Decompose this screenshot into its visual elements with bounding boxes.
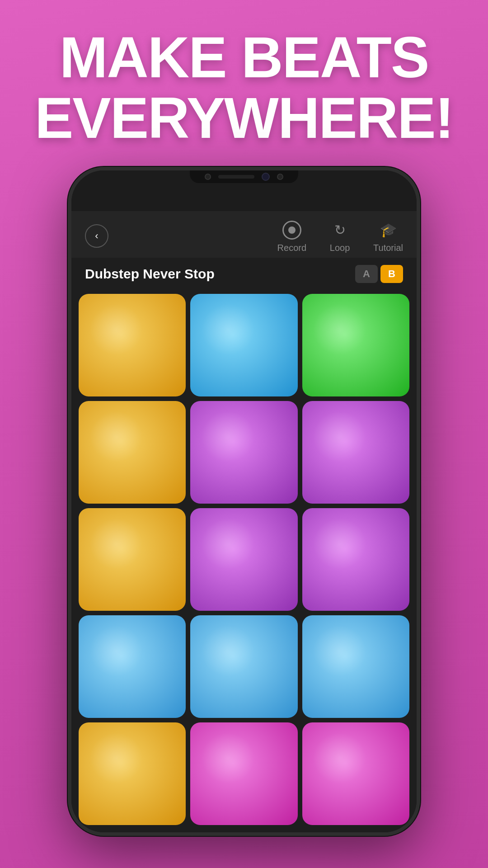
a-label: A [363,268,370,280]
pad-2-2[interactable] [190,401,297,504]
pads-row-5 [79,722,409,825]
loop-icon-container: ↻ [329,219,351,241]
record-action[interactable]: Record [277,219,306,253]
toolbar: ‹ Record ↻ Loop [71,211,417,258]
pad-1-3[interactable] [302,294,409,396]
pad-4-2[interactable] [190,615,297,718]
pad-5-3[interactable] [302,722,409,825]
notch-bar [190,170,298,183]
ab-buttons: A B [355,265,403,283]
loop-icon: ↻ [334,222,346,238]
tutorial-label: Tutorial [373,243,403,253]
pads-row-4 [79,615,409,718]
headline-line2: EVERYWHERE! [35,88,453,148]
speaker-bar [218,175,254,179]
headline-line1: MAKE BEATS [35,27,453,88]
pad-3-1[interactable] [79,508,186,611]
record-inner-dot [288,226,296,234]
pads-row-2 [79,401,409,504]
a-button[interactable]: A [355,265,378,283]
track-name: Dubstep Never Stop [85,266,215,282]
pad-3-3[interactable] [302,508,409,611]
record-circle [282,221,301,240]
phone-frame: ‹ Record ↻ Loop [68,167,420,836]
headline: MAKE BEATS EVERYWHERE! [35,27,453,149]
pad-4-1[interactable] [79,615,186,718]
record-icon-container [281,219,303,241]
b-button[interactable]: B [380,265,403,283]
camera-dot-left [205,174,211,180]
front-camera [262,173,270,181]
pad-3-2[interactable] [190,508,297,611]
tutorial-action[interactable]: 🎓 Tutorial [373,219,403,253]
pad-5-2[interactable] [190,722,297,825]
pad-1-2[interactable] [190,294,297,396]
pad-2-3[interactable] [302,401,409,504]
loop-label: Loop [330,243,350,253]
pads-row-3 [79,508,409,611]
pad-5-1[interactable] [79,722,186,825]
toolbar-actions: Record ↻ Loop 🎓 Tutorial [277,219,403,253]
tutorial-icon: 🎓 [380,222,397,238]
pad-1-1[interactable] [79,294,186,396]
camera-dot-right [277,174,283,180]
pad-4-3[interactable] [302,615,409,718]
pads-row-1 [79,294,409,396]
loop-action[interactable]: ↻ Loop [329,219,351,253]
app-screen: ‹ Record ↻ Loop [71,211,417,832]
pads-container [71,290,417,832]
phone-notch [71,170,417,211]
pad-2-1[interactable] [79,401,186,504]
track-header: Dubstep Never Stop A B [71,258,417,290]
b-label: B [388,268,395,280]
back-icon: ‹ [95,230,98,242]
tutorial-icon-container: 🎓 [377,219,399,241]
back-button[interactable]: ‹ [85,224,108,248]
record-label: Record [277,243,306,253]
